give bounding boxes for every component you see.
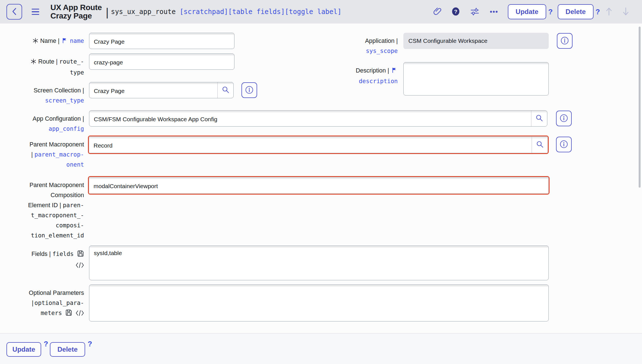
name-input[interactable]	[89, 33, 234, 49]
mandatory-asterisk-icon	[32, 37, 38, 47]
app-configuration-info-button[interactable]	[556, 111, 572, 126]
search-icon	[536, 140, 544, 149]
info-icon	[559, 114, 568, 123]
delete-help-mark-header[interactable]: ?	[596, 8, 600, 16]
route-input[interactable]	[89, 53, 234, 70]
optional-parameters-field-label: Optional Parameters |optional_para- mete…	[6, 288, 84, 319]
screen-collection-field-label: Screen Collection | screen_type	[6, 85, 84, 106]
page-title: UX App Route Crazy Page	[50, 3, 102, 20]
info-icon	[245, 85, 254, 95]
parent-macroponent-info-button[interactable]	[556, 137, 572, 152]
info-icon	[560, 36, 569, 46]
info-icon	[559, 140, 568, 150]
search-icon	[535, 114, 543, 123]
screen-collection-reference-field	[89, 82, 234, 98]
more-actions-button[interactable]	[489, 10, 499, 14]
flag-icon	[62, 36, 67, 46]
parent-macroponent-field-label: Parent Macroponent | parent_macrop- onen…	[6, 139, 84, 170]
mandatory-asterisk-icon	[31, 57, 36, 67]
form-footer: Update ? Delete ?	[0, 333, 642, 364]
update-help-mark-footer[interactable]: ?	[44, 340, 48, 348]
ux-app-route-form-page: UX App Route Crazy Page | sys_ux_app_rou…	[0, 0, 642, 364]
attachment-button[interactable]	[433, 7, 441, 17]
paperclip-icon	[433, 7, 441, 17]
delete-help-mark-footer[interactable]: ?	[88, 340, 92, 348]
help-button[interactable]: ?	[451, 7, 460, 17]
title-separator: |	[106, 6, 109, 19]
app-configuration-lookup-button[interactable]	[531, 111, 547, 126]
parent-macroponent-composition-element-id-field	[88, 176, 550, 195]
screen-collection-info-button[interactable]	[241, 82, 257, 98]
form-header: UX App Route Crazy Page | sys_ux_app_rou…	[0, 0, 642, 24]
next-record-button[interactable]	[622, 7, 630, 17]
app-configuration-input[interactable]	[89, 111, 531, 126]
parent-macroponent-composition-element-id-input[interactable]	[89, 177, 548, 193]
arrow-down-icon	[622, 13, 630, 17]
chevron-left-icon	[11, 7, 17, 17]
app-configuration-field-label: App Configuration | app_config	[6, 114, 84, 134]
delete-button-footer[interactable]: Delete	[50, 342, 85, 357]
fields-field-label: Fields | fields	[6, 249, 84, 271]
app-configuration-reference-field	[89, 110, 547, 127]
parent-macroponent-input[interactable]	[89, 137, 532, 153]
route-field-label: Route | route_- type	[6, 57, 84, 78]
vertical-scrollbar[interactable]	[639, 27, 641, 188]
previous-record-button[interactable]	[605, 7, 613, 17]
flag-icon	[392, 66, 397, 76]
optional-parameters-textarea[interactable]	[89, 284, 549, 321]
svg-text:?: ?	[454, 8, 457, 14]
save-icon	[77, 250, 84, 260]
table-decorations: [scratchpad][table fields][toggle label]	[180, 8, 341, 16]
hamburger-menu-icon[interactable]	[32, 9, 39, 15]
application-field-label: Application | sys_scope	[339, 36, 398, 56]
parent-macroponent-reference-field	[88, 136, 549, 154]
screen-collection-input[interactable]	[89, 82, 217, 98]
screen-collection-lookup-button[interactable]	[217, 82, 233, 98]
application-readonly-field: CSM Configurable Workspace	[403, 33, 549, 49]
name-field-label: Name | name	[6, 36, 84, 47]
help-circle-icon: ?	[451, 7, 460, 17]
delete-button-header[interactable]: Delete	[558, 4, 594, 19]
search-icon	[222, 86, 229, 95]
personalize-button[interactable]	[470, 7, 480, 17]
description-field-label: Description | description	[339, 66, 398, 86]
fields-textarea[interactable]	[89, 246, 549, 280]
update-help-mark-header[interactable]: ?	[548, 8, 553, 16]
ellipsis-icon	[489, 10, 499, 14]
application-info-button[interactable]	[557, 33, 573, 49]
save-icon	[65, 309, 72, 319]
update-button-header[interactable]: Update	[508, 4, 546, 19]
back-button[interactable]	[6, 4, 22, 20]
code-icon	[76, 261, 84, 271]
parent-macroponent-composition-element-id-field-label: Parent Macroponent Composition Element I…	[6, 180, 84, 241]
update-button-footer[interactable]: Update	[6, 342, 41, 357]
code-icon	[76, 309, 84, 319]
arrow-up-icon	[605, 13, 613, 17]
parent-macroponent-lookup-button[interactable]	[532, 137, 548, 153]
description-textarea[interactable]	[403, 62, 549, 95]
header-actions: ? U	[428, 4, 634, 19]
sliders-icon	[470, 7, 480, 17]
table-name: sys_ux_app_route	[111, 8, 176, 16]
